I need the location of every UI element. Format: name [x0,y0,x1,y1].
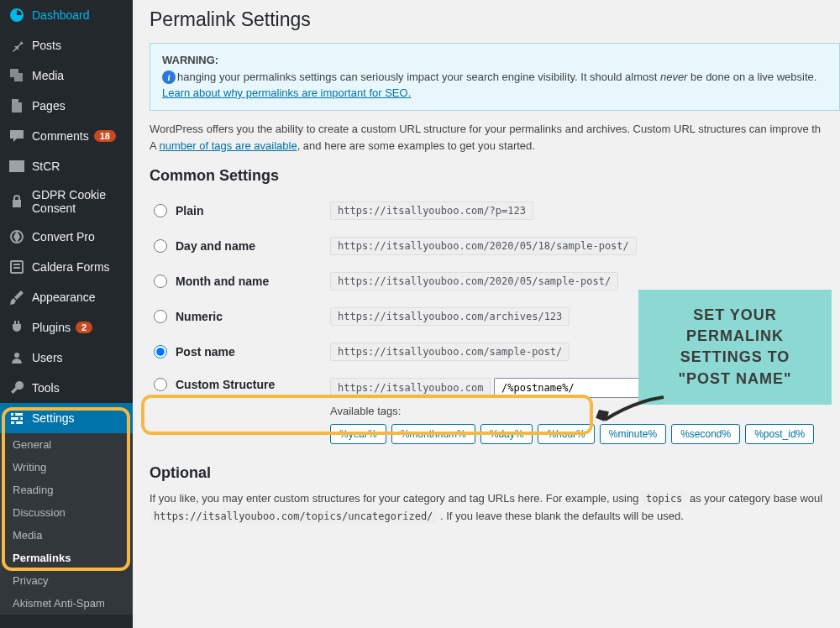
submenu-item-discussion[interactable]: Discussion [3,501,133,524]
option-label: Post name [176,345,235,358]
option-label: Custom Structure [176,378,275,391]
arrow-icon [592,393,668,435]
tag-second[interactable]: %second% [671,424,740,444]
tag-day[interactable]: %day% [480,424,533,444]
page-title: Permalink Settings [150,8,840,31]
users-icon [8,349,25,366]
info-icon: i [162,71,176,84]
sidebar-item-plugins[interactable]: Plugins 2 [0,312,133,343]
svg-rect-8 [11,421,23,424]
submenu-item-permalinks[interactable]: Permalinks [3,547,133,569]
sidebar-item-posts[interactable]: Posts [0,30,133,60]
settings-submenu: General Writing Reading Discussion Media… [0,433,133,615]
svg-point-10 [18,417,21,420]
sidebar-item-gdpr[interactable]: GDPR Cookie Consent [0,181,133,222]
plugins-badge: 2 [76,322,92,333]
option-url: https://itsallyouboo.com/2020/05/18/samp… [330,237,637,255]
callout-box: SET YOUR PERMALINK SETTINGS TO "POST NAM… [638,290,832,405]
svg-point-9 [13,413,16,416]
sidebar-item-stcr[interactable]: StCR [0,151,133,181]
sidebar-item-label: Comments [32,129,89,143]
option-plain: Plain https://itsallyouboo.com/?p=123 [150,193,840,228]
radio-custom[interactable] [154,378,167,391]
option-url: https://itsallyouboo.com/sample-post/ [330,343,570,361]
intro-text: WordPress offers you the ability to crea… [150,121,840,156]
sidebar-item-convertpro[interactable]: Convert Pro [0,222,133,252]
tag-hour[interactable]: %hour% [538,424,594,444]
sidebar-item-label: Settings [32,411,75,425]
sidebar-item-media[interactable]: Media [0,60,133,91]
page-icon [8,97,25,114]
submenu-item-privacy[interactable]: Privacy [3,569,133,592]
sidebar-item-label: Posts [32,39,61,52]
svg-point-5 [14,353,19,358]
option-url: https://itsallyouboo.com/2020/05/sample-… [330,272,618,290]
sidebar-item-users[interactable]: Users [0,343,133,373]
svg-rect-0 [10,161,24,171]
svg-rect-6 [11,413,23,416]
warning-text-pre: hanging your permalinks settings can ser… [177,71,660,83]
form-icon [8,259,25,275]
envelope-icon [8,158,25,175]
option-url: https://itsallyouboo.com/archives/123 [330,307,570,326]
sidebar-item-label: Media [32,69,64,82]
sidebar-item-pages[interactable]: Pages [0,91,133,121]
sidebar-item-label: StCR [32,160,60,173]
sidebar-item-dashboard[interactable]: Dashboard [0,0,133,30]
sidebar-item-label: Plugins [32,321,71,334]
radio-post-name[interactable] [154,345,167,358]
radio-day-name[interactable] [154,239,167,253]
svg-point-11 [14,421,17,424]
submenu-item-general[interactable]: General [3,433,133,456]
admin-sidebar: Dashboard Posts Media Pages Comments 18 … [0,0,133,628]
submenu-item-reading[interactable]: Reading [3,479,133,501]
submenu-item-writing[interactable]: Writing [3,456,133,479]
submenu-item-media[interactable]: Media [3,524,133,547]
sidebar-item-label: Appearance [32,290,96,304]
plug-icon [8,319,25,336]
sidebar-item-label: Pages [32,99,66,113]
tag-monthnum[interactable]: %monthnum% [391,424,475,444]
option-day-name: Day and name https://itsallyouboo.com/20… [150,228,840,264]
sidebar-item-label: Tools [32,381,60,395]
warning-notice: WARNING: ihanging your permalinks settin… [150,43,840,111]
svg-rect-3 [13,264,20,265]
warning-label: WARNING: [162,54,218,66]
comment-icon [8,128,25,144]
option-label: Day and name [176,239,255,253]
radio-plain[interactable] [154,204,167,217]
sidebar-item-label: Convert Pro [32,230,95,243]
sidebar-item-appearance[interactable]: Appearance [0,282,133,312]
sidebar-item-comments[interactable]: Comments 18 [0,121,133,151]
optional-text: If you like, you may enter custom struct… [150,490,840,526]
svg-rect-7 [11,417,23,420]
lock-icon [8,193,25,210]
pin-icon [8,37,25,54]
tags-link[interactable]: number of tags are available [160,139,297,152]
warning-text-post: be done on a live website. [687,71,816,83]
sidebar-item-tools[interactable]: Tools [0,373,133,403]
sidebar-item-label: Dashboard [32,8,90,22]
option-label: Month and name [176,275,269,288]
optional-heading: Optional [150,464,840,482]
sidebar-item-settings[interactable]: Settings [0,403,133,433]
available-tags-label: Available tags: [330,405,814,417]
svg-rect-4 [13,267,20,269]
tags-row: %year% %monthnum% %day% %hour% %minute% … [330,424,814,444]
sidebar-item-caldera[interactable]: Caldera Forms [0,252,133,282]
common-settings-heading: Common Settings [150,167,840,185]
target-icon [8,228,25,245]
dashboard-icon [8,7,25,24]
tag-year[interactable]: %year% [330,424,386,444]
radio-numeric[interactable] [154,310,167,323]
tag-postid[interactable]: %post_id% [745,424,814,444]
option-label: Numeric [176,310,223,323]
option-url: https://itsallyouboo.com/?p=123 [330,201,533,220]
wrench-icon [8,379,25,396]
radio-month-name[interactable] [154,275,167,288]
warning-link[interactable]: Learn about why permalinks are important… [162,86,411,99]
custom-prefix: https://itsallyouboo.com [330,378,491,398]
warning-never: never [660,71,688,83]
submenu-item-akismet[interactable]: Akismet Anti-Spam [3,592,133,615]
sidebar-item-label: Caldera Forms [32,260,110,274]
